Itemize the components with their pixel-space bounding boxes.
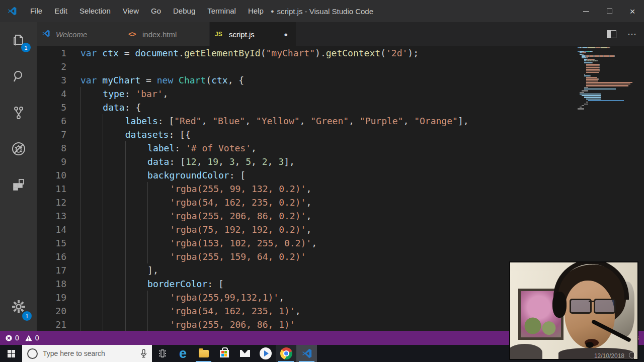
- line-number: 9: [37, 155, 66, 168]
- problems-indicator[interactable]: 0 0: [5, 334, 39, 342]
- start-button[interactable]: [0, 345, 22, 362]
- extensions-button[interactable]: [0, 167, 37, 203]
- search-button[interactable]: [0, 58, 37, 95]
- git-branch-icon: [11, 105, 27, 121]
- line-number: 14: [37, 223, 66, 236]
- tab-index-html[interactable]: <> index.html: [123, 22, 210, 46]
- chrome-icon: [280, 347, 292, 359]
- error-count: 0: [15, 334, 19, 342]
- code-line[interactable]: 13 'rgba(255, 206, 86, 0.2)',: [37, 209, 644, 223]
- code-line[interactable]: 7 datasets: [{: [37, 128, 644, 141]
- headset-mic: [586, 342, 594, 348]
- close-icon: ×: [629, 7, 635, 16]
- line-number: 15: [37, 236, 66, 250]
- more-actions-button[interactable]: ⋯: [627, 32, 637, 37]
- restore-button[interactable]: [598, 0, 621, 22]
- store-button[interactable]: [214, 345, 234, 362]
- code-line[interactable]: 6 labels: ["Red", "Blue", "Yellow", "Gre…: [37, 114, 644, 128]
- modified-indicator: ●: [271, 8, 274, 14]
- cortana-icon: [27, 348, 38, 359]
- line-number: 11: [37, 182, 66, 196]
- code-line[interactable]: 3var myChart = new Chart(ctx, {: [37, 73, 644, 87]
- code-line[interactable]: 5 data: {: [37, 101, 644, 114]
- tab-script-js[interactable]: JS script.js ●: [210, 22, 296, 46]
- menu-view[interactable]: View: [117, 0, 145, 22]
- movies-tv-button[interactable]: [255, 345, 276, 362]
- task-view-button[interactable]: [152, 345, 173, 362]
- vscode-icon: [301, 348, 312, 359]
- folder-icon: [199, 350, 209, 357]
- line-number: 18: [37, 277, 66, 291]
- warning-count: 0: [35, 334, 39, 342]
- line-number: 19: [37, 291, 66, 304]
- mail-button[interactable]: [234, 345, 255, 362]
- minimize-button[interactable]: [575, 0, 598, 22]
- edge-icon: e: [179, 347, 187, 360]
- taskbar-date: 12/10/2018: [594, 352, 624, 359]
- search-icon: [11, 68, 27, 84]
- title-bar: File Edit Selection View Go Debug Termin…: [0, 0, 644, 22]
- split-editor-button[interactable]: [607, 30, 616, 38]
- search-placeholder: Type here to search: [43, 349, 105, 357]
- tab-bar: Welcome <> index.html JS script.js ● ⋯: [37, 22, 644, 46]
- tab-welcome[interactable]: Welcome: [37, 22, 123, 46]
- tab-label: script.js: [229, 30, 255, 39]
- minimap[interactable]: [578, 47, 638, 110]
- menu-edit[interactable]: Edit: [48, 0, 73, 22]
- close-button[interactable]: ×: [621, 0, 644, 22]
- line-number: 13: [37, 209, 66, 223]
- microphone-icon[interactable]: [140, 349, 147, 358]
- vscode-logo-icon: [42, 29, 53, 39]
- js-icon: JS: [215, 31, 226, 38]
- line-number: 5: [37, 101, 66, 114]
- line-number: 20: [37, 304, 66, 318]
- settings-button[interactable]: 1: [0, 292, 37, 322]
- menu-debug[interactable]: Debug: [167, 0, 201, 22]
- menu-selection[interactable]: Selection: [73, 0, 117, 22]
- debug-icon: [10, 140, 27, 157]
- code-line[interactable]: 2: [37, 60, 644, 73]
- explorer-button[interactable]: 1: [0, 22, 37, 58]
- code-line[interactable]: 11 'rgba(255, 99, 132, 0.2)',: [37, 182, 644, 196]
- error-icon: [5, 334, 13, 342]
- code-line[interactable]: 12 'rgba(54, 162, 235, 0.2)',: [37, 196, 644, 209]
- restore-icon: [607, 9, 612, 14]
- line-number: 21: [37, 318, 66, 331]
- edge-button[interactable]: e: [173, 345, 193, 362]
- mail-icon: [240, 350, 250, 357]
- line-number: 6: [37, 114, 66, 128]
- minimize-icon: [583, 11, 589, 12]
- code-line[interactable]: 14 'rgba(75, 192, 192, 0.2)',: [37, 223, 644, 236]
- code-line[interactable]: 4 type: 'bar',: [37, 87, 644, 101]
- code-line[interactable]: 9 data: [12, 19, 3, 5, 2, 3],: [37, 155, 644, 168]
- modified-dot[interactable]: ●: [284, 31, 291, 38]
- menu-terminal[interactable]: Terminal: [201, 0, 242, 22]
- extensions-icon: [11, 177, 27, 193]
- webcam-scene: [510, 262, 637, 359]
- settings-badge: 1: [22, 311, 32, 321]
- store-icon: [220, 350, 229, 357]
- glasses: [570, 299, 616, 312]
- explorer-badge: 1: [21, 43, 31, 52]
- warning-icon: [25, 334, 33, 342]
- line-number: 10: [37, 168, 66, 182]
- debug-button[interactable]: [0, 131, 37, 167]
- menu-go[interactable]: Go: [145, 0, 167, 22]
- file-explorer-button[interactable]: [193, 345, 214, 362]
- source-control-button[interactable]: [0, 95, 37, 131]
- taskbar-search[interactable]: Type here to search: [22, 345, 152, 362]
- line-number: 7: [37, 128, 66, 141]
- code-line[interactable]: 15 'rgba(153, 102, 255, 0.2)',: [37, 236, 644, 250]
- menu-file[interactable]: File: [24, 0, 48, 22]
- vscode-taskbar-button[interactable]: [296, 345, 317, 362]
- code-line[interactable]: 10 backgroundColor: [: [37, 168, 644, 182]
- menu-help[interactable]: Help: [242, 0, 270, 22]
- code-line[interactable]: 1var ctx = document.getElementById("myCh…: [37, 46, 644, 60]
- code-line[interactable]: 8 label: '# of Votes',: [37, 141, 644, 155]
- person-shoulder: [510, 344, 542, 359]
- vscode-window: File Edit Selection View Go Debug Termin…: [0, 0, 644, 362]
- html-icon: <>: [128, 30, 139, 38]
- clock-icon: [629, 352, 635, 358]
- play-icon: [260, 347, 272, 359]
- chrome-button[interactable]: [276, 345, 296, 362]
